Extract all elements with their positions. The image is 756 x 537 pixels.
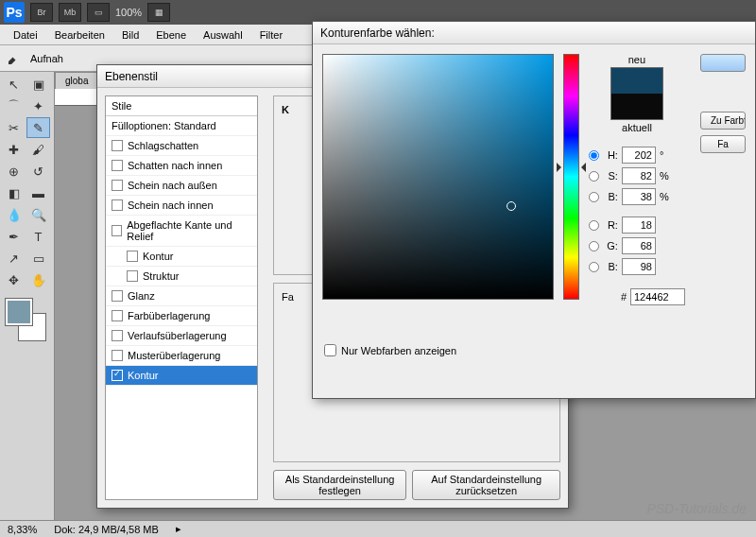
move-tool[interactable]: ↖ [2, 74, 26, 95]
foreground-color[interactable] [6, 299, 32, 325]
label-aktuell: aktuell [622, 122, 652, 133]
color-swatches[interactable] [2, 299, 49, 340]
input-r[interactable] [622, 217, 656, 234]
type-tool[interactable]: T [26, 226, 50, 247]
web-colors-checkbox[interactable] [324, 344, 336, 356]
style-list: Stile Fülloptionen: Standard Schlagschat… [105, 95, 258, 500]
style-sub-kontur[interactable]: Kontur [106, 247, 257, 267]
bridge-button[interactable]: Br [30, 3, 53, 22]
input-b2[interactable] [622, 258, 656, 275]
hsb-h-row: H:° [589, 147, 685, 164]
marquee-tool[interactable]: ▣ [26, 74, 50, 95]
arrange-button[interactable]: ▦ [147, 3, 170, 22]
style-list-header: Stile [106, 96, 257, 116]
screen-mode-button[interactable]: ▭ [87, 3, 110, 22]
style-kontur[interactable]: Kontur [106, 366, 257, 386]
app-logo: Ps [4, 2, 25, 23]
label-neu: neu [628, 54, 645, 65]
path-tool[interactable]: ↗ [2, 248, 26, 268]
document-tab[interactable]: globa [55, 72, 98, 89]
history-tool[interactable]: ↺ [26, 161, 50, 182]
input-g[interactable] [622, 237, 656, 254]
current-color [611, 94, 662, 119]
style-farbueberlagerung[interactable]: Farbüberlagerung [106, 306, 257, 326]
status-zoom[interactable]: 8,33% [8, 524, 37, 535]
menu-bild[interactable]: Bild [114, 26, 146, 43]
status-doc: Dok: 24,9 MB/4,58 MB [54, 524, 159, 535]
heal-tool[interactable]: ✚ [2, 139, 26, 160]
color-field[interactable] [322, 54, 554, 300]
style-schein-aussen[interactable]: Schein nach außen [106, 176, 257, 196]
gradient-tool[interactable]: ▬ [26, 182, 50, 203]
radio-g[interactable] [589, 241, 599, 251]
minibridge-button[interactable]: Mb [59, 3, 81, 22]
blur-tool[interactable]: 💧 [2, 204, 26, 225]
menu-auswahl[interactable]: Auswahl [196, 26, 250, 43]
set-default-button[interactable]: Als Standardeinstellung festlegen [273, 470, 406, 500]
status-arrow-icon[interactable]: ▸ [176, 523, 181, 535]
crop-tool[interactable]: ✂ [2, 117, 26, 138]
radio-r[interactable] [589, 220, 599, 231]
style-sub-struktur[interactable]: Struktur [106, 267, 257, 286]
input-s[interactable] [622, 167, 656, 184]
radio-b2[interactable] [589, 262, 599, 272]
rgb-b-row: B: [589, 258, 685, 275]
eraser-tool[interactable]: ◧ [2, 182, 26, 203]
fill-options[interactable]: Fülloptionen: Standard [106, 116, 257, 136]
web-colors-label: Nur Webfarben anzeigen [341, 345, 456, 356]
statusbar: 8,33% Dok: 24,9 MB/4,58 MB ▸ [0, 520, 756, 537]
hsb-s-row: S:% [589, 167, 685, 184]
reset-default-button[interactable]: Auf Standardeinstellung zurücksetzen [412, 470, 560, 500]
menu-datei[interactable]: Datei [6, 26, 45, 43]
wand-tool[interactable]: ✦ [26, 95, 50, 116]
style-verlaufsueberlagerung[interactable]: Verlaufsüberlagerung [106, 326, 257, 346]
style-schlagschatten[interactable]: Schlagschatten [106, 136, 257, 156]
menu-filter[interactable]: Filter [252, 26, 290, 43]
hsb-b-row: B:% [589, 188, 685, 205]
color-picker-title[interactable]: Konturenfarbe wählen: [313, 22, 755, 44]
ok-button[interactable] [700, 54, 746, 72]
style-schatten-innen[interactable]: Schatten nach innen [106, 156, 257, 176]
style-glanz[interactable]: Glanz [106, 286, 257, 306]
menu-bearbeiten[interactable]: Bearbeiten [47, 26, 112, 43]
toolbox: ↖ ▣ ⌒ ✦ ✂ ✎ ✚ 🖌 ⊕ ↺ ◧ ▬ 💧 🔍 ✒ T ↗ ▭ ✥ ✋ [0, 72, 55, 520]
color-libraries-button[interactable]: Zu Farbf [700, 112, 746, 130]
pen-tool[interactable]: ✒ [2, 226, 26, 247]
menu-ebene[interactable]: Ebene [148, 26, 194, 43]
add-swatch-button[interactable]: Fa [700, 135, 746, 153]
hex-row: # [589, 288, 685, 305]
hue-slider[interactable] [563, 54, 579, 300]
brush-tool[interactable]: 🖌 [26, 139, 50, 160]
style-bevel[interactable]: Abgeflachte Kante und Relief [106, 216, 257, 247]
style-schein-innen[interactable]: Schein nach innen [106, 196, 257, 216]
input-h[interactable] [622, 147, 656, 164]
hand-tool[interactable]: ✋ [26, 269, 50, 290]
radio-s[interactable] [589, 171, 599, 182]
rgb-r-row: R: [589, 217, 685, 234]
web-colors-row: Nur Webfarben anzeigen [324, 344, 456, 356]
input-b[interactable] [622, 188, 656, 205]
eyedropper-tool[interactable]: ✎ [26, 117, 50, 138]
3d-tool[interactable]: ✥ [2, 269, 26, 290]
new-color [611, 68, 662, 94]
zoom-level[interactable]: 100% [115, 7, 142, 18]
watermark: PSD-Tutorials.de [646, 501, 747, 516]
color-cursor[interactable] [507, 201, 516, 211]
input-hex[interactable] [630, 288, 685, 305]
dodge-tool[interactable]: 🔍 [26, 204, 50, 225]
radio-h[interactable] [589, 150, 599, 161]
color-picker-dialog: Konturenfarbe wählen: neu aktuell H:° S:… [312, 21, 756, 399]
radio-b[interactable] [589, 192, 599, 202]
stamp-tool[interactable]: ⊕ [2, 161, 26, 182]
shape-tool[interactable]: ▭ [26, 248, 50, 268]
eyedropper-icon [6, 50, 23, 67]
options-label: Aufnah [30, 53, 63, 64]
color-preview [610, 67, 663, 120]
rgb-g-row: G: [589, 237, 685, 254]
style-musterueberlagerung[interactable]: Musterüberlagerung [106, 346, 257, 366]
lasso-tool[interactable]: ⌒ [2, 95, 26, 116]
